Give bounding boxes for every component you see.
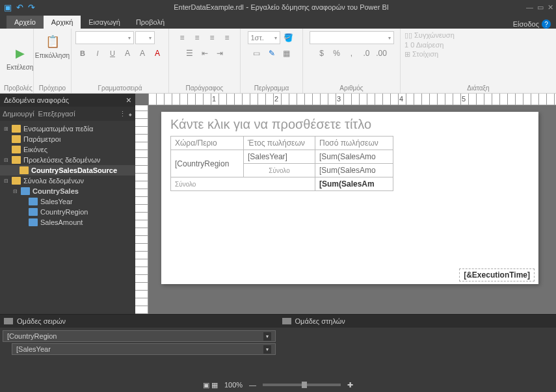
- cell[interactable]: Σύνολο: [244, 164, 315, 177]
- edit-button[interactable]: Επεξεργασί: [38, 110, 75, 118]
- undo-icon[interactable]: ↶: [14, 2, 25, 12]
- tab-view[interactable]: Προβολή: [128, 16, 172, 29]
- tree-params[interactable]: Παράμετροι: [0, 134, 135, 144]
- row-group-item[interactable]: [SalesYear▾: [12, 343, 276, 355]
- font-grow[interactable]: A: [120, 47, 135, 60]
- report-title-placeholder[interactable]: Κάντε κλικ για να προσθέσετε τίτλο: [170, 117, 529, 132]
- font-shrink[interactable]: A: [135, 47, 150, 60]
- number-format[interactable]: ▾: [310, 31, 394, 44]
- indent-inc[interactable]: ⇥: [213, 47, 227, 60]
- tab-home[interactable]: Αρχική: [44, 16, 81, 29]
- align-center[interactable]: ≡: [190, 31, 204, 44]
- design-canvas[interactable]: 12345 Κάντε κλικ για να προσθέσετε τίτλο…: [135, 94, 556, 314]
- run-button[interactable]: ▶Εκτέλεση: [4, 43, 36, 72]
- zoom-in[interactable]: ✚: [347, 381, 353, 389]
- tab-insert[interactable]: Εισαγωγή: [81, 16, 128, 29]
- underline-button[interactable]: U: [105, 47, 120, 60]
- merge-button: ▯▯ Συγχώνευση: [404, 31, 455, 40]
- minimize-icon[interactable]: —: [526, 3, 533, 12]
- cell[interactable]: Σύνολο: [171, 177, 315, 191]
- cell[interactable]: [Sum(SalesAm: [315, 177, 393, 191]
- ruler-vertical: [135, 105, 148, 314]
- tab-file[interactable]: Αρχείο: [7, 16, 44, 29]
- border-width[interactable]: 1στ.▾: [248, 31, 280, 44]
- paste-button[interactable]: 📋Επικόλληση: [33, 31, 72, 60]
- zoom-out[interactable]: —: [249, 381, 256, 389]
- italic-button[interactable]: I: [90, 47, 105, 60]
- help-icon[interactable]: ?: [542, 20, 551, 29]
- row-group-item[interactable]: [CountryRegion▾: [3, 330, 276, 342]
- col-header[interactable]: Έτος πωλήσεων: [244, 137, 315, 150]
- tree-builtin[interactable]: ⊞Ενσωματωμένα πεδία: [0, 124, 135, 134]
- align-button: ⊞ Στοίχιση: [404, 50, 438, 59]
- indent-dec[interactable]: ⇤: [198, 47, 212, 60]
- fill-color[interactable]: 🪣: [282, 31, 296, 44]
- save-icon[interactable]: ▣: [3, 2, 13, 12]
- tree-field[interactable]: CountryRegion: [0, 207, 135, 217]
- redo-icon[interactable]: ↷: [26, 2, 36, 12]
- border-preset[interactable]: ▦: [280, 47, 294, 60]
- bold-button[interactable]: B: [75, 47, 90, 60]
- maximize-icon[interactable]: ▭: [537, 3, 544, 12]
- cell[interactable]: [Sum(SalesAmo: [315, 150, 393, 164]
- ruler-horizontal: 12345: [148, 94, 556, 105]
- tree-field[interactable]: SalesYear: [0, 196, 135, 207]
- border-style[interactable]: ▭: [250, 47, 264, 60]
- new-button[interactable]: Δημιουργί: [3, 110, 34, 118]
- close-icon[interactable]: ✕: [548, 3, 553, 12]
- col-groups-header: Ομάδες στηλών: [278, 315, 557, 328]
- report-surface[interactable]: Κάντε κλικ για να προσθέσετε τίτλο Χώρα/…: [161, 112, 538, 284]
- percent[interactable]: %: [330, 47, 344, 60]
- matrix-table[interactable]: Χώρα/Περιο Έτος πωλήσεων Ποσό πωλήσεων […: [170, 136, 393, 191]
- panel-title: Δεδομένα αναφοράς×: [0, 94, 135, 107]
- panel-close-icon[interactable]: ×: [126, 95, 131, 105]
- cell[interactable]: [Sum(SalesAmo: [315, 164, 393, 177]
- col-header[interactable]: Χώρα/Περιο: [171, 137, 244, 150]
- thousands[interactable]: ,: [345, 47, 359, 60]
- tree-datasets[interactable]: ⊟Σύνολα δεδομένων: [0, 176, 135, 186]
- row-groups-header: Ομάδες σειρών: [0, 315, 278, 328]
- zoom-value: 100%: [224, 381, 243, 389]
- border-color[interactable]: ✎: [265, 47, 279, 60]
- status-icon: ▣ ▦: [203, 381, 218, 389]
- tree-dataset-item[interactable]: ⊟CountrySales: [0, 186, 135, 196]
- align-right[interactable]: ≡: [205, 31, 219, 44]
- dec-inc[interactable]: .0: [360, 47, 374, 60]
- font-size[interactable]: ▾: [135, 31, 155, 44]
- currency[interactable]: $: [315, 47, 329, 60]
- split-button: 1 0 Διαίρεση: [404, 41, 443, 49]
- align-justify[interactable]: ≡: [220, 31, 234, 44]
- tree-datasource-item[interactable]: CountrySalesDataSource: [0, 165, 135, 176]
- tree-field[interactable]: SalesAmount: [0, 217, 135, 228]
- bullets[interactable]: ☰: [183, 47, 197, 60]
- font-family[interactable]: ▾: [75, 31, 134, 44]
- font-color[interactable]: A: [150, 47, 165, 60]
- signin-link[interactable]: Είσοδος?: [513, 20, 551, 29]
- zoom-slider[interactable]: [263, 384, 341, 386]
- window-title: EnterDataExample.rdl - Εργαλείο δόμησης …: [36, 3, 526, 12]
- dec-dec[interactable]: .00: [375, 47, 389, 60]
- tree-images[interactable]: Εικόνες: [0, 144, 135, 155]
- align-left[interactable]: ≡: [175, 31, 189, 44]
- cell[interactable]: [CountryRegion: [171, 150, 244, 177]
- col-header[interactable]: Ποσό πωλήσεων: [315, 137, 393, 150]
- tree-datasources[interactable]: ⊟Προελεύσεις δεδομένων: [0, 155, 135, 165]
- execution-time[interactable]: [&ExecutionTime]: [459, 268, 535, 281]
- cell[interactable]: [SalesYear]: [244, 150, 315, 164]
